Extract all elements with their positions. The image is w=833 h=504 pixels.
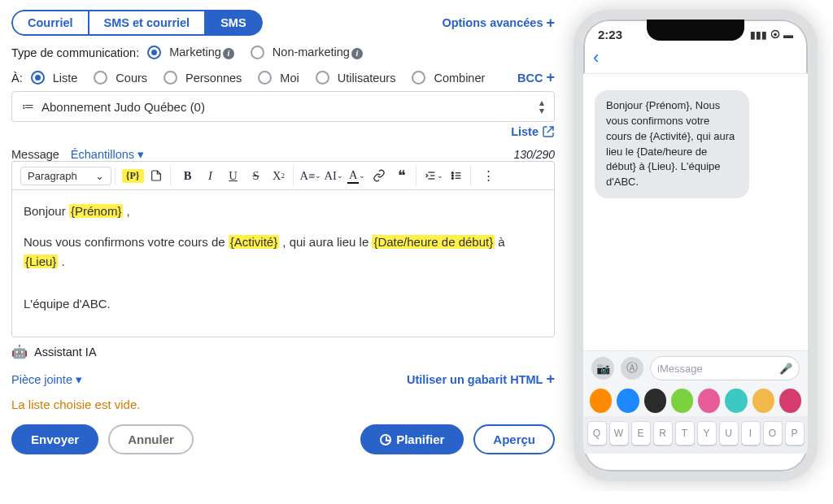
send-button[interactable]: Envoyer: [11, 424, 98, 454]
phone-notch: [647, 20, 744, 41]
info-icon[interactable]: i: [351, 48, 363, 59]
quote-button[interactable]: ❝: [391, 165, 412, 186]
keyboard-key: P: [785, 421, 805, 445]
radio-marketing-label[interactable]: Marketingi: [169, 46, 234, 59]
channel-tabs: Courriel SMS et courriel SMS: [11, 10, 263, 36]
info-icon[interactable]: i: [223, 48, 234, 59]
text-color-button[interactable]: A⌄: [346, 165, 367, 186]
phone-preview: 2:23 ▮▮▮ ⦿ ▬ ‹ Bonjour {Prénom}, Nous vo…: [574, 10, 818, 481]
camera-icon: 📷: [591, 357, 614, 380]
recipient-select[interactable]: ≔ Abonnement Judo Québec (0) ▴▾: [11, 91, 555, 122]
radio-marketing[interactable]: [147, 46, 161, 59]
keyboard-key: Q: [587, 421, 607, 445]
keyboard-row: QWERTYUIOP: [583, 416, 808, 454]
radio-nonmarketing[interactable]: [251, 46, 264, 59]
clock-icon: [380, 434, 391, 445]
superscript-button[interactable]: X2: [268, 165, 290, 186]
keyboard-key: U: [719, 421, 739, 445]
radio-to-combiner[interactable]: [412, 71, 425, 85]
bold-button[interactable]: B: [177, 165, 198, 186]
svg-point-4: [452, 175, 454, 176]
char-counter: 130/290: [513, 148, 555, 161]
message-editor[interactable]: Bonjour {Prénom} , Nous vous confirmons …: [11, 189, 555, 337]
bullet-list-icon: [450, 169, 463, 182]
link-button[interactable]: [369, 165, 390, 186]
svg-point-5: [452, 177, 454, 179]
wifi-icon: ⦿: [770, 29, 780, 41]
sms-preview-bubble: Bonjour {Prénom}, Nous vous confirmons v…: [595, 90, 749, 198]
chevron-down-icon: ▾: [137, 148, 144, 161]
external-link-icon: [542, 125, 555, 138]
indent-button[interactable]: ⌄: [423, 165, 444, 186]
keyboard-key: W: [609, 421, 629, 445]
insert-placeholder-button[interactable]: {P}: [122, 165, 144, 186]
plus-icon: +: [546, 371, 555, 388]
cancel-button[interactable]: Annuler: [108, 424, 194, 454]
paragraph-style-select[interactable]: Paragraph⌄: [20, 167, 111, 185]
placeholder-prenom: {Prénom}: [69, 204, 124, 218]
app-icon: [779, 389, 801, 413]
insert-file-button[interactable]: [146, 165, 167, 186]
phone-message-field: iMessage 🎤: [650, 356, 800, 380]
list-button[interactable]: [446, 165, 467, 186]
chevron-down-icon: ⌄: [95, 170, 104, 182]
to-label: À:: [11, 72, 23, 85]
ai-assistant-link[interactable]: Assistant IA: [34, 345, 97, 358]
align-button[interactable]: A≡⌄: [300, 165, 322, 186]
tab-email[interactable]: Courriel: [11, 10, 89, 36]
app-icon: [671, 389, 693, 413]
radio-to-cours[interactable]: [94, 71, 107, 85]
tab-sms-email[interactable]: SMS et courriel: [89, 10, 207, 36]
keyboard-key: I: [741, 421, 761, 445]
empty-list-warning: La liste choisie est vide.: [11, 398, 555, 411]
italic-button[interactable]: I: [200, 165, 221, 186]
mic-icon: 🎤: [779, 363, 792, 375]
editor-toolbar: Paragraph⌄ {P} B I U S X2 A≡⌄ AI⌄ A⌄ ❝: [11, 161, 555, 189]
placeholder-activite: {Activité}: [229, 235, 279, 249]
radio-to-personnes[interactable]: [164, 71, 177, 85]
radio-to-utilisateurs[interactable]: [316, 71, 329, 85]
app-strip: [583, 385, 808, 416]
app-icon: [590, 389, 612, 413]
keyboard-key: O: [763, 421, 783, 445]
robot-icon: 🤖: [11, 344, 28, 359]
app-icon: [698, 389, 720, 413]
battery-icon: ▬: [783, 29, 793, 41]
keyboard-key: R: [653, 421, 673, 445]
phone-time: 2:23: [598, 28, 622, 41]
schedule-button[interactable]: Planifier: [360, 424, 464, 454]
radio-to-moi[interactable]: [258, 71, 272, 85]
keyboard-key: T: [675, 421, 695, 445]
bcc-link[interactable]: BCC+: [517, 69, 555, 86]
advanced-options-link[interactable]: Options avancées +: [442, 15, 555, 32]
samples-dropdown[interactable]: Échantillons ▾: [71, 148, 144, 161]
app-icon: [752, 389, 774, 413]
keyboard-key: E: [631, 421, 651, 445]
advanced-options-label: Options avancées: [442, 16, 543, 29]
phone-composer: 📷 Ⓐ iMessage 🎤: [583, 350, 808, 385]
recipient-value: Abonnement Judo Québec (0): [41, 100, 531, 114]
font-size-button[interactable]: AI⌄: [323, 165, 344, 186]
signal-icon: ▮▮▮: [750, 29, 767, 41]
radio-nonmarketing-label[interactable]: Non-marketingi: [273, 46, 363, 59]
plus-icon: +: [546, 15, 555, 32]
placeholder-lieu: {Lieu}: [24, 254, 58, 268]
svg-point-3: [452, 172, 454, 174]
commtype-label: Type de communication:: [11, 46, 139, 59]
radio-to-liste[interactable]: [31, 71, 45, 85]
underline-button[interactable]: U: [223, 165, 244, 186]
attachment-dropdown[interactable]: Pièce jointe: [11, 371, 82, 388]
app-icon: [617, 389, 639, 413]
preview-button[interactable]: Aperçu: [473, 424, 555, 454]
open-list-link[interactable]: Liste: [511, 125, 555, 138]
app-icon: [725, 389, 747, 413]
app-icon: [644, 389, 666, 413]
link-icon: [373, 169, 386, 182]
file-icon: [150, 169, 163, 182]
tab-sms[interactable]: SMS: [206, 10, 262, 36]
more-button[interactable]: ⋮: [478, 165, 499, 186]
use-html-template-link[interactable]: Utiliser un gabarit HTML+: [407, 371, 555, 388]
strike-button[interactable]: S: [246, 165, 267, 186]
keyboard-key: Y: [697, 421, 717, 445]
back-chevron-icon: ‹: [593, 47, 599, 68]
